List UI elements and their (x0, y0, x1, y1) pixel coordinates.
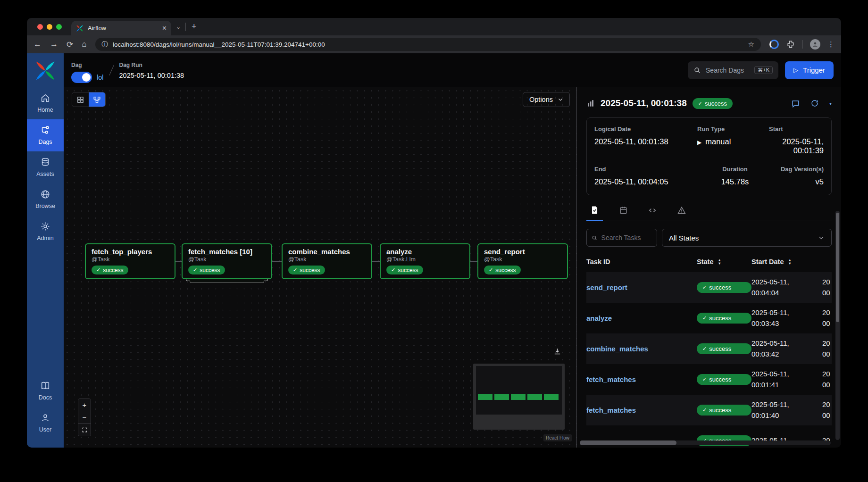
search-icon (592, 234, 598, 241)
scrollbar-thumb[interactable] (580, 440, 676, 445)
back-icon[interactable]: ← (33, 40, 42, 49)
forward-icon[interactable]: → (50, 40, 58, 49)
task-id-link[interactable]: combine_matches (586, 345, 697, 353)
search-shortcut-badge: ⌘+K (754, 66, 773, 74)
tab-search-chevron-icon[interactable]: ⌄ (176, 24, 181, 30)
run-details-box: Logical Date Run Type Start 2025-05-11, … (586, 117, 832, 195)
end-label: End (594, 166, 697, 177)
run-state-badge: ✓success (693, 98, 733, 109)
sidebar-item-label: Admin (37, 235, 53, 241)
table-row[interactable]: fetch_matches ✓success 2025-05-11,00:01:… (586, 395, 832, 425)
traffic-light-close[interactable] (37, 24, 43, 30)
column-start-date[interactable]: Start Date ▲▼ (751, 258, 822, 266)
options-dropdown[interactable]: Options (523, 92, 570, 107)
task-node-analyze[interactable]: analyze @Task.Llm ✓success (380, 243, 470, 279)
tab-events[interactable] (676, 204, 687, 221)
task-node-combine-matches[interactable]: combine_matches @Task ✓success (282, 243, 372, 279)
sort-icon[interactable]: ▲▼ (788, 258, 792, 265)
task-id-link[interactable]: analyze (586, 314, 697, 322)
start-date-cell: 2025-05-11,00:01:41 (751, 369, 822, 390)
search-dags-button[interactable]: Search Dags ⌘+K (688, 61, 778, 79)
dag-pause-toggle[interactable] (71, 72, 92, 83)
table-row[interactable]: fetch_matches ✓success 2025-05-11,00:01:… (586, 364, 832, 395)
browser-tab-bar: Airflow × ⌄ + (27, 18, 841, 35)
sidebar-item-user[interactable]: User (27, 407, 64, 439)
minimap[interactable] (473, 364, 565, 430)
column-state[interactable]: State ▲▼ (697, 258, 751, 266)
tab-close-icon[interactable]: × (162, 24, 167, 33)
panel-horizontal-scrollbar[interactable] (580, 440, 831, 445)
traffic-light-zoom[interactable] (56, 24, 62, 30)
state-filter-select[interactable]: All States (662, 229, 832, 247)
task-node-fetch-top-players[interactable]: fetch_top_players @Task ✓success (85, 243, 175, 279)
sidebar-item-dags[interactable]: Dags (27, 119, 64, 151)
sidebar-item-admin[interactable]: Admin (27, 216, 64, 248)
task-state-badge: ✓success (386, 266, 423, 274)
dag-graph-canvas[interactable]: Options fetch_top_players @Task ✓succ (64, 87, 577, 448)
more-actions-caret-icon[interactable]: ▾ (829, 101, 832, 106)
trigger-label: Trigger (803, 66, 825, 74)
task-node-title: send_report (484, 248, 561, 256)
browser-tab-airflow[interactable]: Airflow × (71, 21, 171, 35)
dag-run-label: Dag Run (119, 62, 184, 68)
tab-code[interactable] (647, 204, 658, 221)
start-date-cell: 2025-05-11,00:04:04 (751, 277, 822, 298)
task-id-link[interactable]: fetch_matches (586, 375, 697, 383)
task-node-fetch-matches[interactable]: fetch_matches [10] @Task ✓success (182, 243, 272, 279)
task-id-link[interactable]: fetch_matches (586, 406, 697, 414)
end-date-cell: 2000 (822, 338, 832, 359)
bookmark-star-icon[interactable]: ☆ (748, 40, 754, 49)
tab-backfills[interactable] (618, 204, 629, 221)
sidebar-item-label: Assets (36, 171, 54, 177)
airflow-logo[interactable] (34, 60, 56, 82)
sidebar-item-label: Home (37, 107, 53, 113)
sidebar-item-assets[interactable]: Assets (27, 151, 64, 183)
panel-vertical-scrollbar[interactable] (835, 211, 840, 440)
extensions-puzzle-icon[interactable] (786, 40, 795, 49)
site-info-icon[interactable]: ⓘ (102, 40, 108, 49)
zoom-in-button[interactable]: + (78, 399, 91, 411)
tab-separator (185, 23, 186, 31)
run-type-value: ▶manual (697, 137, 769, 155)
trigger-button[interactable]: ▷ Trigger (785, 61, 834, 79)
home-icon[interactable]: ⌂ (82, 40, 86, 49)
sidebar-item-label: Dags (38, 139, 52, 145)
new-tab-button[interactable]: + (192, 22, 197, 32)
breadcrumb-divider (109, 65, 114, 75)
sidebar-item-browse[interactable]: Browse (27, 183, 64, 216)
traffic-light-minimize[interactable] (47, 24, 52, 30)
profile-avatar[interactable] (810, 39, 820, 50)
grid-view-button[interactable] (72, 92, 89, 107)
graph-view-button[interactable] (89, 92, 105, 107)
browser-menu-icon[interactable]: ⋮ (827, 40, 835, 49)
sort-icon[interactable]: ▲▼ (718, 258, 721, 265)
task-node-send-report[interactable]: send_report @Task ✓success (477, 243, 568, 279)
search-dags-placeholder: Search Dags (706, 66, 744, 74)
download-image-button[interactable] (553, 348, 561, 356)
task-state-badge: ✓success (697, 343, 751, 354)
react-flow-attribution[interactable]: React Flow (543, 434, 572, 441)
column-task-id[interactable]: Task ID (586, 258, 697, 266)
url-bar[interactable]: ⓘ localhost:8080/dags/lol/runs/manual__2… (95, 38, 761, 51)
sidebar-item-docs[interactable]: Docs (27, 375, 64, 407)
fit-view-button[interactable] (78, 424, 91, 436)
start-date-cell: 2025-05-11,00:01:40 (751, 399, 822, 421)
notes-bubble-icon[interactable] (791, 99, 800, 108)
table-row[interactable]: combine_matches ✓success 2025-05-11,00:0… (586, 333, 832, 364)
table-row[interactable]: analyze ✓success 2025-05-11,00:03:43 200… (586, 303, 832, 333)
scrollbar-thumb[interactable] (836, 213, 839, 322)
task-search-input[interactable] (601, 234, 652, 241)
task-node-type: @Task (484, 256, 561, 263)
dag-name-link[interactable]: lol (97, 74, 104, 81)
sidebar-item-home[interactable]: Home (27, 87, 64, 119)
edge-connector (272, 261, 282, 262)
task-search-field[interactable] (586, 229, 657, 247)
zoom-out-button[interactable]: − (78, 411, 91, 424)
reload-icon[interactable]: ⟳ (67, 40, 73, 50)
extension-badge-icon[interactable] (769, 40, 779, 49)
tab-task-instances[interactable] (589, 204, 600, 221)
task-id-link[interactable]: send_report (586, 283, 697, 291)
table-row[interactable]: send_report ✓success 2025-05-11,00:04:04… (586, 272, 832, 303)
refresh-icon[interactable] (810, 99, 819, 108)
check-icon: ✓ (489, 267, 493, 273)
